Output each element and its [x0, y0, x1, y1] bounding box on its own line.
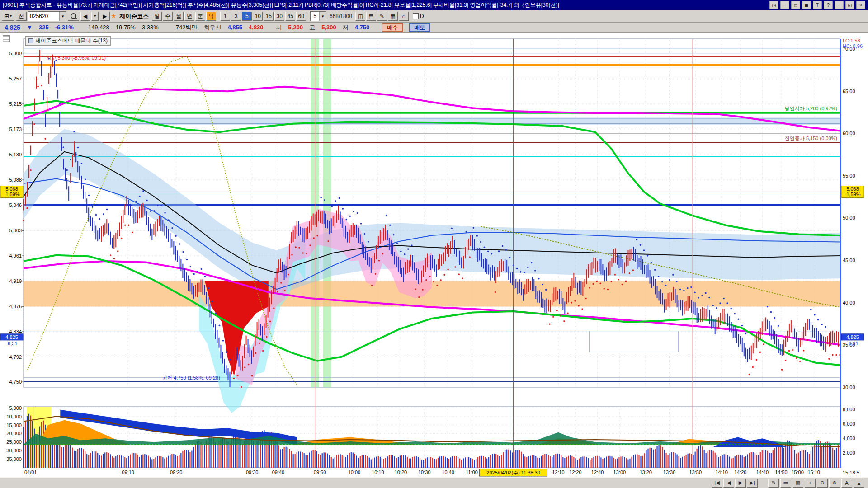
time-axis-label: 10:10 [372, 469, 384, 475]
time-axis-label: 14:10 [715, 469, 728, 475]
chart-area[interactable]: 제이준코스메틱 매물대 수(13) 최고 5,300 (-8.96%, 09:0… [0, 33, 868, 477]
comparison-percent: -1,59% [845, 192, 861, 197]
high-price: 5,300 [321, 24, 336, 31]
maximize-icon[interactable]: □ [791, 1, 800, 9]
comparison-price: 5,068 [846, 186, 859, 192]
line-chart-icon[interactable]: ▤ [366, 12, 376, 21]
buy-button[interactable]: 매수 [382, 23, 403, 32]
d-checkbox[interactable] [413, 13, 419, 19]
period-button-년[interactable]: 년 [184, 12, 194, 21]
draw-icon[interactable]: ✎ [377, 12, 387, 21]
grid-toggle-icon[interactable]: ▦ [793, 479, 803, 488]
main-toolbar: ⊞▾ 전 ▾ ◀ ▾ ▶ ★ 제이준코스 일주월년분틱 135101530456… [0, 10, 868, 23]
period-button-분[interactable]: 분 [195, 12, 205, 21]
interval-button-1[interactable]: 1 [220, 12, 230, 21]
time-axis-label: 15:00 [791, 469, 804, 475]
auto-scale-icon[interactable]: A [841, 479, 852, 488]
interval-button-45[interactable]: 45 [285, 12, 295, 21]
code-dropdown-icon[interactable]: ▾ [59, 12, 66, 21]
volume-plot[interactable] [24, 407, 840, 468]
price-axis-label: 5,300 [9, 51, 22, 56]
screen-icon[interactable]: ◼ [802, 1, 811, 9]
time-axis-label: 12:40 [591, 469, 604, 475]
time-axis-label: 09:20 [170, 469, 183, 475]
print-icon[interactable]: ▦ [388, 12, 398, 21]
lc-label: LC:1,58 [843, 38, 860, 43]
nav-button-3[interactable]: ▶| [747, 479, 758, 488]
status-icons: ✎▭▦+⊖⊕A▲ [768, 479, 864, 488]
period-button-틱[interactable]: 틱 [206, 12, 216, 21]
chart-annotation: 최고 5,300 (-8.96%, 09:01) [47, 55, 106, 61]
settings-icon[interactable]: ⌂ [399, 12, 409, 21]
region-select-icon[interactable]: ▭ [780, 479, 791, 488]
jeon-button[interactable]: 전 [16, 12, 27, 21]
chart-grid-icon[interactable] [3, 35, 10, 42]
chart-legend[interactable]: 제이준코스메틱 매물대 수(13) [25, 36, 111, 46]
price-axis-label: 5,046 [9, 202, 22, 208]
interval-button-30[interactable]: 30 [274, 12, 284, 21]
price-axis-label: 4,834 [9, 329, 22, 334]
collapse-icon[interactable]: ▲ [854, 479, 864, 488]
tick-interval-select[interactable]: 5 ▾ [310, 11, 326, 21]
window-style-icon[interactable]: ◳ [769, 1, 778, 9]
period-button-월[interactable]: 월 [174, 12, 184, 21]
draw-tool-icon[interactable]: ✎ [768, 479, 779, 488]
interval-button-5[interactable]: 5 [242, 12, 252, 21]
best-bid-price: 4,830 [249, 24, 264, 31]
chart-annotation: 최저 4,750 (1.58%, 09:28) [162, 375, 220, 380]
time-axis-label: 12:20 [569, 469, 582, 475]
interval-button-15[interactable]: 15 [264, 12, 274, 21]
zoom-out-icon[interactable]: ⊖ [817, 479, 828, 488]
prev-stock-button[interactable]: ◀ [80, 12, 90, 21]
current-price-marker-value: 4,825 [846, 334, 859, 340]
period-button-주[interactable]: 주 [163, 12, 173, 21]
interval-button-3[interactable]: 3 [231, 12, 241, 21]
close-icon[interactable]: × [856, 1, 865, 9]
chart-data-counter: 668/1800 [330, 13, 352, 19]
title-bar: [0601] 주식종합차트 - 유통비율[73.7] 거래대금[742(백만)]… [0, 0, 868, 10]
candle-chart-icon[interactable]: ◫ [355, 12, 365, 21]
nav-button-2[interactable]: ▶ [735, 479, 746, 488]
tick-select-dropdown-icon[interactable]: ▾ [319, 12, 326, 21]
indicator-axis-label: 55.00 [843, 173, 855, 178]
next-stock-button[interactable]: ▶ [100, 12, 109, 21]
interval-button-10[interactable]: 10 [253, 12, 263, 21]
trade-amount: 742백만 [176, 23, 198, 32]
price-axis-label: 5,003 [9, 228, 22, 233]
restore-icon[interactable]: ◱ [845, 1, 854, 9]
stock-history-dropdown[interactable]: ▾ [91, 12, 99, 21]
chart-style-button[interactable]: ⊞▾ [2, 12, 14, 21]
comparison-price: 5,068 [5, 186, 18, 192]
time-axis-label: 09:10 [122, 469, 134, 475]
crosshair-icon[interactable]: + [805, 479, 816, 488]
help-icon[interactable]: ? [824, 1, 833, 9]
price-axis-label: 4,961 [9, 253, 22, 258]
price-axis-label: 5,215 [9, 101, 22, 107]
price-volume-chart[interactable]: 최고 5,300 (-8.96%, 09:01)최저 4,750 (1.58%,… [0, 33, 868, 477]
time-axis-label: 10:00 [348, 469, 361, 475]
stock-name: 제이준코스 [119, 12, 149, 20]
time-axis-label: 04/01 [24, 469, 37, 475]
favorite-icon[interactable]: ★ [111, 13, 117, 19]
volume-value: 149,428 [88, 24, 109, 31]
time-axis-label: 10:30 [418, 469, 431, 475]
nav-button-1[interactable]: ◀ [723, 479, 734, 488]
nav-button-0[interactable]: |◀ [712, 479, 722, 488]
period-button-일[interactable]: 일 [152, 12, 162, 21]
change-percent: -6.31% [55, 24, 74, 31]
zoom-in-icon[interactable]: ⊕ [829, 479, 840, 488]
stock-code-box: ▾ [28, 11, 66, 21]
indicator-axis-label: 45.00 [843, 258, 855, 263]
search-button[interactable] [68, 12, 79, 21]
indicator-axis-label: 50.00 [843, 215, 855, 221]
chart-nav-buttons: |◀◀▶▶| [712, 479, 758, 488]
minimize2-icon[interactable]: − [835, 1, 844, 9]
interval-button-60[interactable]: 60 [296, 12, 306, 21]
t-icon[interactable]: T [813, 1, 822, 9]
minimize-icon[interactable]: − [780, 1, 789, 9]
current-price: 4,825 [5, 24, 20, 31]
price-axis-label: 4,876 [9, 304, 22, 309]
stock-code-input[interactable] [28, 13, 59, 19]
sell-button[interactable]: 매도 [409, 23, 430, 32]
period-button-group: 일주월년분틱 [152, 12, 216, 21]
